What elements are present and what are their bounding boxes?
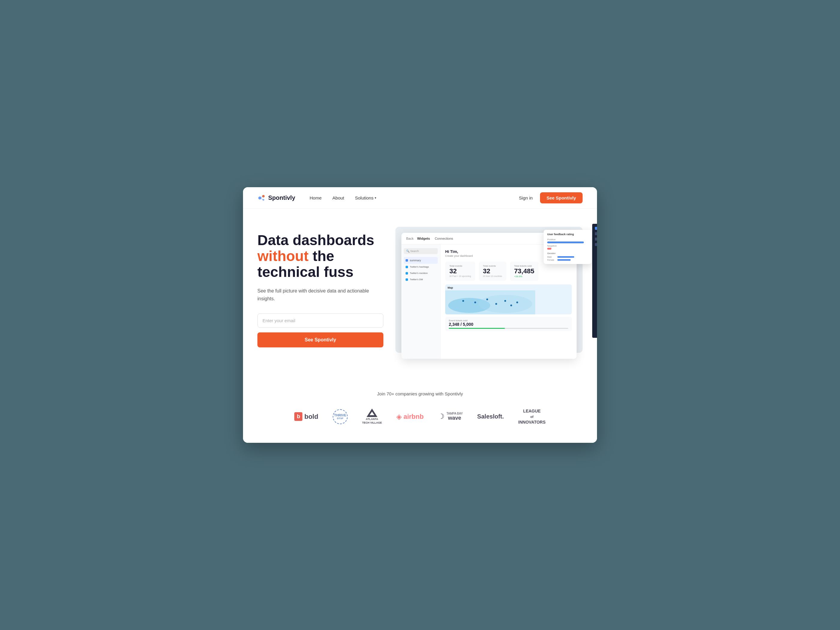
rp-gender-title: Gender — [547, 252, 588, 255]
db-stats-row: Total events 32 30 Past + 10 upcoming To… — [445, 262, 572, 281]
email-input[interactable] — [257, 314, 384, 328]
db-search[interactable]: 🔍 Search — [404, 248, 438, 254]
logo-tampabay: ☽ TAMPA BAY wave — [438, 412, 463, 421]
logo-salesloft: Salesloft. — [477, 413, 504, 420]
chevron-down-icon: ▾ — [375, 196, 376, 199]
sidebar-dot-dm — [406, 278, 408, 281]
svg-point-13 — [510, 305, 512, 306]
atlanta-logo: ATLANTATECH VILLAGE — [362, 409, 382, 425]
airbnb-icon: ◈ — [396, 412, 402, 421]
thrive-sub: DTSP — [337, 417, 343, 420]
db-map: Map — [445, 284, 572, 314]
rp-negative-bar: Negative — [547, 245, 588, 249]
stat-total-events-2: Total events 32 20 from 10 countries — [479, 262, 507, 281]
map-label: Map — [445, 284, 572, 291]
logo[interactable]: Spontivly — [257, 194, 295, 202]
dashboard-background: Back Widgets Connections Tim Jones — [395, 227, 583, 353]
tampabay-text: TAMPA BAY wave — [447, 412, 463, 421]
companies-tagline: Join 70+ companies growing with Spontivl… — [257, 391, 583, 396]
sidebar-item-twitter-hashtags[interactable]: Twitter's hashtags — [404, 264, 438, 270]
logo-icon — [257, 194, 266, 202]
rp-male-bar — [557, 256, 574, 258]
logo-league: LEAGUEofINNOVATORS — [518, 408, 546, 425]
stat-tickets-sold: Total tickets sold 73,485 +28.9% — [510, 262, 538, 281]
companies-logos: b bold THRIVE DTSP ATLANTATECH VILLAGE ◈ — [257, 408, 583, 425]
dark-sidebar-dot-3[interactable] — [595, 243, 597, 246]
logo-text: Spontivly — [268, 194, 295, 201]
sidebar-dot — [406, 259, 408, 262]
db-tickets: Event tickets sold 2,348 / 5,000 — [445, 317, 572, 331]
svg-point-8 — [462, 300, 464, 302]
nav-home[interactable]: Home — [309, 195, 322, 201]
db-tab-widgets[interactable]: Widgets — [417, 237, 430, 240]
sign-in-link[interactable]: Sign in — [519, 195, 533, 201]
dark-sidebar-dot-active[interactable] — [595, 227, 597, 230]
bold-text: bold — [304, 413, 318, 421]
svg-point-9 — [474, 302, 476, 303]
dark-sidebar-dot-2[interactable] — [595, 238, 597, 241]
sidebar-item-summary[interactable]: summary — [404, 257, 438, 264]
right-panel: User feedback rating Positive Negative G… — [543, 230, 592, 264]
logo-thrive: THRIVE DTSP — [333, 409, 348, 424]
sidebar-dot-twitter — [406, 266, 408, 268]
rp-bar-negative — [547, 248, 551, 249]
db-sidebar: 🔍 Search summary Twitter's hashtags — [401, 245, 441, 359]
db-back-button[interactable]: Back — [406, 237, 414, 240]
airbnb-text: airbnb — [404, 413, 423, 421]
nav-solutions[interactable]: Solutions ▾ — [355, 195, 376, 201]
rp-gender-female: Female — [547, 259, 588, 261]
rp-female-bar — [557, 259, 571, 261]
navbar: Spontivly Home About Solutions ▾ Sign in… — [243, 187, 597, 209]
sidebar-dot-mention — [406, 272, 408, 275]
nav-right: Sign in See Spontivly — [519, 192, 583, 204]
svg-point-11 — [495, 303, 497, 305]
atlanta-triangle-icon — [366, 409, 377, 417]
hero-cta-button[interactable]: See Spontivly — [257, 332, 384, 347]
league-text: LEAGUEofINNOVATORS — [518, 408, 546, 425]
svg-point-10 — [486, 298, 488, 300]
dark-sidebar-dot-1[interactable] — [595, 232, 597, 235]
browser-window: Spontivly Home About Solutions ▾ Sign in… — [243, 187, 597, 443]
hero-subtitle: See the full picture with decisive data … — [257, 287, 384, 302]
nav-links: Home About Solutions ▾ — [309, 195, 519, 201]
bold-icon: b — [294, 412, 302, 421]
db-progress-fill — [449, 328, 505, 329]
svg-point-14 — [516, 302, 518, 303]
hero-title: Data dashboards without the technical fu… — [257, 232, 384, 280]
logo-airbnb: ◈ airbnb — [396, 412, 423, 421]
rp-feedback-title: User feedback rating — [547, 233, 588, 236]
stat-total-events: Total events 32 30 Past + 10 upcoming — [445, 262, 475, 281]
nav-cta-button[interactable]: See Spontivly — [540, 192, 583, 204]
nav-about[interactable]: About — [332, 195, 344, 201]
atlanta-text: ATLANTATECH VILLAGE — [362, 418, 382, 425]
hero-content: Data dashboards without the technical fu… — [257, 232, 384, 347]
sidebar-item-twitter-dm[interactable]: Twitter's DM — [404, 276, 438, 283]
tampabay-moon-icon: ☽ — [438, 412, 445, 421]
rp-positive-bar: Positive — [547, 238, 588, 243]
hero-section: Data dashboards without the technical fu… — [243, 209, 597, 377]
map-svg — [445, 291, 535, 314]
db-tabs: Widgets Connections — [417, 237, 453, 240]
sidebar-item-twitter-mention[interactable]: Twitter's mention — [404, 270, 438, 276]
dark-sidebar-panel — [592, 224, 597, 338]
rp-gender-bars: Male Female — [547, 256, 588, 261]
logo-bold: b bold — [294, 412, 318, 421]
logo-atlanta: ATLANTATECH VILLAGE — [362, 409, 382, 425]
svg-point-7 — [478, 295, 532, 313]
companies-section: Join 70+ companies growing with Spontivl… — [243, 377, 597, 443]
rp-gender-male: Male — [547, 256, 588, 258]
rp-bar-positive — [547, 242, 584, 243]
svg-point-12 — [504, 300, 506, 302]
salesloft-text: Salesloft. — [477, 413, 504, 420]
hero-visual: Back Widgets Connections Tim Jones — [395, 227, 583, 353]
db-tab-connections[interactable]: Connections — [435, 237, 453, 240]
thrive-circle: THRIVE DTSP — [333, 409, 348, 424]
db-progress-bar — [449, 328, 568, 329]
